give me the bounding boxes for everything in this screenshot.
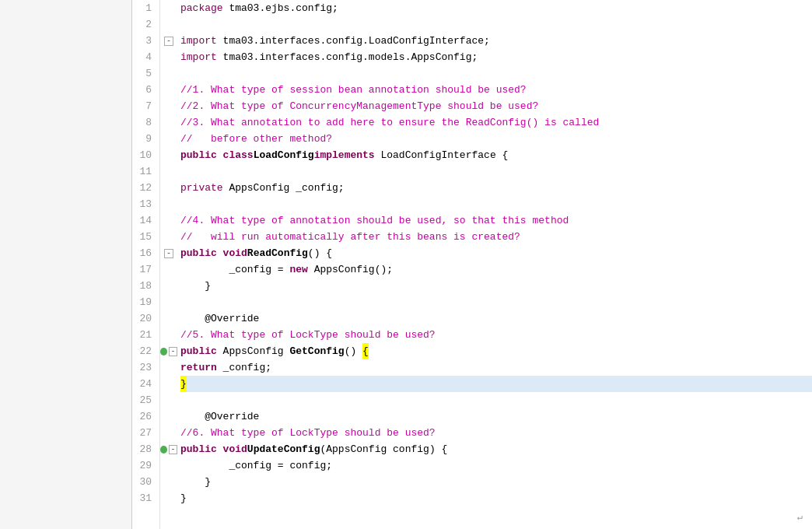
fold-icon-16[interactable]: - — [164, 249, 173, 258]
line-number-15: 15 — [132, 229, 155, 245]
line-number-10: 10 — [132, 147, 155, 163]
gutter-27 — [160, 425, 177, 441]
code-line-5 — [180, 65, 812, 82]
code-container: 1234567891011121314151617181920212223242… — [132, 0, 812, 529]
code-line-27: //6. What type of LockType should be use… — [180, 425, 812, 441]
gutter-29 — [160, 457, 177, 474]
green-dot-28 — [160, 446, 167, 454]
gutter-18 — [160, 278, 177, 294]
code-line-3: import tma03.interfaces.config.LoadConfi… — [180, 33, 812, 49]
gutter-31 — [160, 490, 177, 506]
code-lines[interactable]: package tma03.ejbs.config;import tma03.i… — [177, 0, 812, 529]
code-line-31: } — [180, 490, 812, 506]
line-number-31: 31 — [132, 490, 155, 506]
gutter-28[interactable]: - — [160, 441, 177, 457]
gutter-16[interactable]: - — [160, 245, 177, 261]
line-number-13: 13 — [132, 196, 155, 212]
line-number-21: 21 — [132, 327, 155, 343]
code-line-11 — [180, 163, 812, 180]
gutter: ---- — [160, 0, 177, 529]
code-line-28: public void UpdateConfig(AppsConfig conf… — [180, 441, 812, 457]
return-arrow: ↵ — [797, 511, 803, 523]
line-number-26: 26 — [132, 408, 155, 425]
gutter-12 — [160, 180, 177, 196]
code-line-29: _config = config; — [180, 457, 812, 474]
code-line-14: //4. What type of annotation should be u… — [180, 212, 812, 229]
gutter-13 — [160, 196, 177, 212]
fold-icon-22[interactable]: - — [169, 347, 177, 356]
gutter-3[interactable]: - — [160, 33, 177, 49]
code-line-17: _config = new AppsConfig(); — [180, 261, 812, 278]
line-number-2: 2 — [132, 16, 155, 33]
line-number-19: 19 — [132, 294, 155, 310]
line-number-23: 23 — [132, 359, 155, 376]
code-line-16: public void ReadConfig() { — [180, 245, 812, 261]
sidebar — [0, 0, 132, 529]
gutter-25 — [160, 392, 177, 408]
code-line-15: // will run automatically after this bea… — [180, 229, 812, 245]
code-line-21: //5. What type of LockType should be use… — [180, 327, 812, 343]
line-number-16: 16 — [132, 245, 155, 261]
fold-icon-28[interactable]: - — [169, 445, 177, 454]
code-line-13 — [180, 196, 812, 212]
line-number-3: 3 — [132, 33, 155, 49]
code-line-4: import tma03.interfaces.config.models.Ap… — [180, 49, 812, 65]
gutter-5 — [160, 65, 177, 82]
code-line-10: public class LoadConfig implements LoadC… — [180, 147, 812, 163]
gutter-24 — [160, 376, 177, 392]
code-line-24: } — [180, 376, 812, 392]
line-number-20: 20 — [132, 310, 155, 327]
line-number-18: 18 — [132, 278, 155, 294]
gutter-30 — [160, 474, 177, 490]
line-number-29: 29 — [132, 457, 155, 474]
line-number-17: 17 — [132, 261, 155, 278]
gutter-17 — [160, 261, 177, 278]
code-line-1: package tma03.ejbs.config; — [180, 0, 812, 16]
line-number-28: 28 — [132, 441, 155, 457]
gutter-10 — [160, 147, 177, 163]
code-line-19 — [180, 294, 812, 310]
gutter-1 — [160, 0, 177, 16]
gutter-9 — [160, 131, 177, 147]
gutter-20 — [160, 310, 177, 327]
gutter-7 — [160, 98, 177, 114]
code-line-22: public AppsConfig GetConfig() { — [180, 343, 812, 359]
gutter-15 — [160, 229, 177, 245]
gutter-26 — [160, 408, 177, 425]
line-number-14: 14 — [132, 212, 155, 229]
code-line-7: //2. What type of ConcurrencyManagementT… — [180, 98, 812, 114]
code-line-23: return _config; — [180, 359, 812, 376]
line-number-12: 12 — [132, 180, 155, 196]
line-number-5: 5 — [132, 65, 155, 82]
gutter-4 — [160, 49, 177, 65]
line-number-1: 1 — [132, 0, 155, 16]
line-number-7: 7 — [132, 98, 155, 114]
gutter-21 — [160, 327, 177, 343]
line-number-24: 24 — [132, 376, 155, 392]
gutter-14 — [160, 212, 177, 229]
code-line-2 — [180, 16, 812, 33]
line-number-11: 11 — [132, 163, 155, 180]
line-number-25: 25 — [132, 392, 155, 408]
gutter-22[interactable]: - — [160, 343, 177, 359]
fold-icon-3[interactable]: - — [164, 37, 173, 46]
code-line-30: } — [180, 474, 812, 490]
line-number-6: 6 — [132, 82, 155, 98]
code-line-9: // before other method? — [180, 131, 812, 147]
line-number-22: 22 — [132, 343, 155, 359]
line-number-8: 8 — [132, 114, 155, 131]
green-dot-22 — [160, 348, 167, 356]
code-line-12: private AppsConfig _config; — [180, 180, 812, 196]
gutter-6 — [160, 82, 177, 98]
gutter-8 — [160, 114, 177, 131]
code-line-6: //1. What type of session bean annotatio… — [180, 82, 812, 98]
code-line-26: @Override — [180, 408, 812, 425]
gutter-2 — [160, 16, 177, 33]
gutter-11 — [160, 163, 177, 180]
line-number-9: 9 — [132, 131, 155, 147]
line-number-27: 27 — [132, 425, 155, 441]
code-line-20: @Override — [180, 310, 812, 327]
code-line-25 — [180, 392, 812, 408]
line-number-4: 4 — [132, 49, 155, 65]
line-numbers: 1234567891011121314151617181920212223242… — [132, 0, 160, 529]
